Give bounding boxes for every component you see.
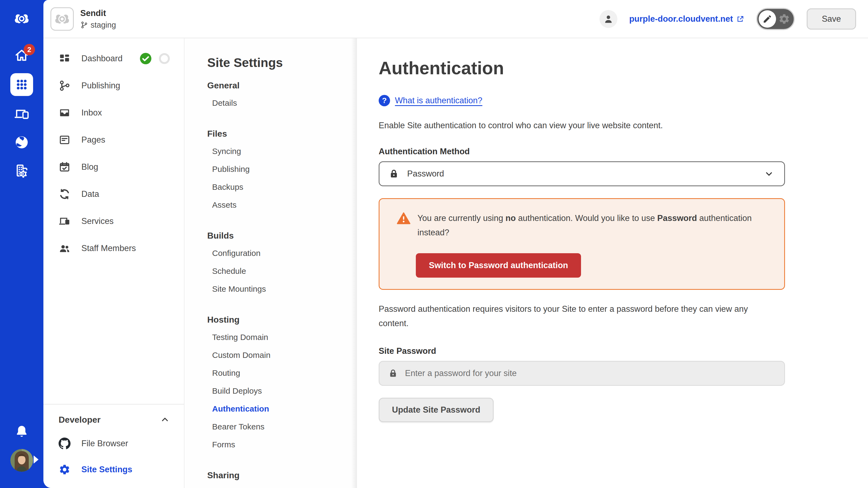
settings-section-sharing: Sharing [207, 470, 346, 481]
sidebar-item-label: Data [82, 189, 99, 199]
settings-nav-title: Site Settings [207, 55, 346, 70]
chevron-up-icon [160, 415, 170, 425]
body-row: Dashboard Publishing [43, 38, 868, 488]
sidebar-item-label: Site Settings [82, 465, 132, 475]
edit-mode-knob [759, 10, 776, 28]
save-button[interactable]: Save [807, 8, 856, 30]
sidebar-item-file-browser[interactable]: File Browser [43, 430, 184, 457]
live-site-link[interactable]: purple-door.cloudvent.net [629, 14, 744, 24]
sidebar-item-blog[interactable]: Blog [43, 154, 184, 181]
sidebar-item-site-settings[interactable]: Site Settings [43, 457, 184, 483]
sidebar-item-dashboard[interactable]: Dashboard [43, 45, 184, 72]
build-success-icon [140, 52, 152, 65]
home-nav-icon[interactable]: 2 [14, 48, 29, 63]
topbar: Sendit staging purple-door.cloudvent.net [43, 0, 868, 38]
notification-count-badge: 2 [24, 44, 35, 55]
visitor-icon[interactable] [599, 10, 617, 28]
settings-nav-item-site-mountings[interactable]: Site Mountings [207, 280, 346, 298]
site-password-input[interactable] [405, 368, 775, 378]
app-panel: Sendit staging purple-door.cloudvent.net [43, 0, 868, 488]
chevron-down-icon [764, 169, 774, 178]
authentication-method-value: Password [407, 169, 444, 178]
settings-nav-item-syncing[interactable]: Syncing [207, 142, 346, 160]
settings-nav-item-assets[interactable]: Assets [207, 196, 346, 214]
organization-nav-icon[interactable] [14, 163, 29, 178]
settings-nav-item-authentication[interactable]: Authentication [207, 400, 346, 418]
dashboard-tiles-icon [59, 53, 70, 65]
site-logo [51, 7, 74, 31]
settings-section-heading: General [207, 80, 346, 91]
settings-section-general: General Details [207, 80, 346, 112]
switch-to-password-button[interactable]: Switch to Password authentication [416, 253, 581, 278]
sidebar-item-pages[interactable]: Pages [43, 126, 184, 154]
site-sidebar: Dashboard Publishing [43, 38, 184, 488]
settings-nav-item-build-deploys[interactable]: Build Deploys [207, 382, 346, 400]
settings-nav-item-testing-domain[interactable]: Testing Domain [207, 328, 346, 346]
globe-nav-icon[interactable] [14, 135, 29, 150]
main-content: Authentication ? What is authentication?… [357, 38, 868, 488]
settings-nav-item-schedule[interactable]: Schedule [207, 262, 346, 280]
sidebar-item-label: Blog [82, 162, 98, 172]
pencil-icon [763, 14, 772, 24]
warning-alert: You are currently using no authenticatio… [379, 198, 785, 290]
people-icon [59, 242, 70, 254]
sidebar-expand-arrow-icon[interactable] [34, 455, 38, 464]
developer-section: Developer File Browser [43, 404, 184, 488]
lock-icon [389, 169, 399, 179]
authentication-method-select[interactable]: Password [379, 161, 785, 186]
user-avatar[interactable] [10, 449, 33, 472]
settings-nav-item-details[interactable]: Details [207, 94, 346, 112]
authentication-method-label: Authentication Method [379, 146, 868, 157]
settings-section-heading: Hosting [207, 314, 346, 325]
site-password-label: Site Password [379, 346, 868, 357]
sidebar-item-label: Inbox [82, 108, 102, 118]
devices-nav-icon[interactable] [14, 106, 29, 122]
password-info-text: Password authentication requires visitor… [379, 302, 775, 330]
sidebar-item-staff-members[interactable]: Staff Members [43, 235, 184, 262]
branch-row: staging [80, 21, 116, 30]
live-site-url: purple-door.cloudvent.net [629, 14, 733, 24]
branch-name: staging [91, 21, 116, 30]
warning-triangle-icon [397, 212, 410, 225]
git-branch-icon [59, 80, 70, 92]
settings-nav-item-configuration[interactable]: Configuration [207, 244, 346, 262]
apps-grid-nav-icon[interactable] [10, 73, 33, 96]
external-link-icon [736, 15, 744, 23]
inbox-tray-icon [59, 107, 70, 119]
calendar-check-icon [59, 161, 70, 173]
settings-nav-item-backups[interactable]: Backups [207, 178, 346, 196]
settings-nav-item-custom-domain[interactable]: Custom Domain [207, 346, 346, 364]
cloudcannon-logo-icon [14, 11, 30, 27]
settings-nav-item-bearer-tokens[interactable]: Bearer Tokens [207, 418, 346, 436]
settings-nav-item-routing[interactable]: Routing [207, 364, 346, 382]
settings-nav-item-forms[interactable]: Forms [207, 436, 346, 454]
bell-icon[interactable] [14, 424, 29, 438]
settings-nav-item-publishing[interactable]: Publishing [207, 160, 346, 178]
what-is-authentication-link[interactable]: What is authentication? [395, 96, 482, 105]
update-site-password-button[interactable]: Update Site Password [379, 398, 494, 422]
warning-text: You are currently using no authenticatio… [417, 211, 767, 240]
sidebar-item-publishing[interactable]: Publishing [43, 72, 184, 99]
settings-nav: Site Settings General Details Files Sync… [184, 38, 357, 488]
edit-settings-mode-toggle[interactable] [756, 8, 795, 30]
sidebar-item-label: File Browser [82, 438, 128, 448]
sidebar-item-label: Staff Members [82, 243, 136, 253]
gear-mode-icon [778, 13, 790, 25]
page-title: Authentication [379, 57, 868, 79]
sidebar-item-label: Dashboard [82, 54, 123, 63]
sidebar-item-data[interactable]: Data [43, 181, 184, 208]
sidebar-item-label: Services [82, 216, 114, 226]
laptop-device-icon [59, 215, 70, 227]
build-status-group [140, 52, 170, 65]
document-icon [59, 134, 70, 146]
github-icon [59, 437, 70, 450]
sidebar-item-inbox[interactable]: Inbox [43, 99, 184, 126]
sidebar-item-services[interactable]: Services [43, 208, 184, 235]
settings-section-hosting: Hosting Testing Domain Custom Domain Rou… [207, 314, 346, 454]
settings-section-builds: Builds Configuration Schedule Site Mount… [207, 230, 346, 298]
settings-section-heading: Sharing [207, 470, 346, 481]
developer-heading[interactable]: Developer [43, 409, 184, 430]
build-pending-icon [159, 53, 170, 64]
gear-icon [59, 464, 70, 476]
help-row: ? What is authentication? [379, 94, 868, 107]
